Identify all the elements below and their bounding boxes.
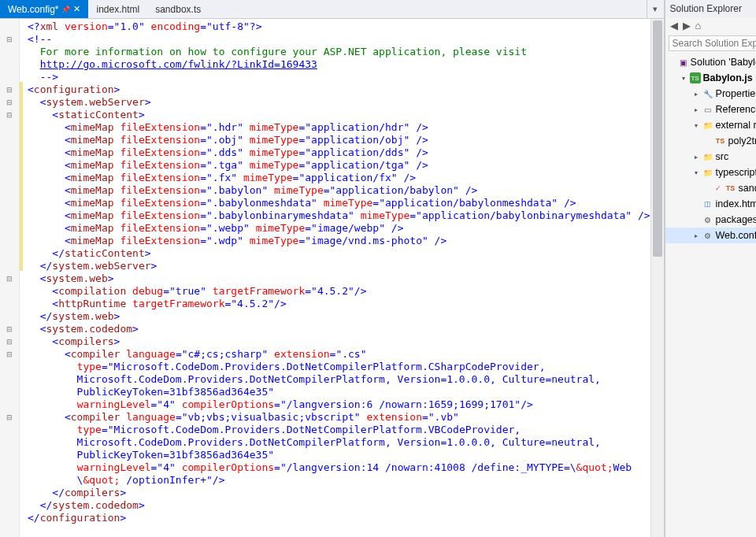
code-line[interactable]: <staticContent> <box>28 109 650 121</box>
code-line[interactable]: Microsoft.CodeDom.Providers.DotNetCompil… <box>28 436 650 449</box>
modified-checkmark-icon: ✓ <box>715 184 721 192</box>
code-line[interactable]: </system.webServer> <box>28 260 650 272</box>
code-line[interactable]: type="Microsoft.CodeDom.Providers.DotNet… <box>28 424 650 436</box>
tree-item[interactable]: ◫index.html <box>665 196 756 212</box>
home-icon[interactable]: ⌂ <box>695 20 702 31</box>
code-line[interactable]: <httpRuntime targetFramework="4.5.2"/> <box>28 298 650 310</box>
code-line[interactable]: type="Microsoft.CodeDom.Providers.DotNet… <box>28 361 650 373</box>
ic-folder-icon: 📁 <box>702 167 713 178</box>
search-input[interactable] <box>669 35 756 51</box>
code-line[interactable]: <?xml version="1.0" encoding="utf-8"?> <box>28 20 650 33</box>
code-line[interactable]: <mimeMap fileExtension=".babylonmeshdata… <box>28 197 650 209</box>
expand-caret-icon[interactable]: ▾ <box>692 169 700 176</box>
tree-item[interactable]: ⚙packages.config <box>665 212 756 228</box>
ic-cfg-icon: ⚙ <box>702 230 713 241</box>
code-line[interactable]: --> <box>28 71 650 83</box>
tree-item-label: src <box>716 151 729 162</box>
fold-toggle[interactable]: ⊟ <box>0 272 19 285</box>
code-line[interactable]: Microsoft.CodeDom.Providers.DotNetCompil… <box>28 373 650 386</box>
code-line[interactable]: http://go.microsoft.com/fwlink/?LinkId=1… <box>28 58 650 71</box>
fold-toggle[interactable]: ⊟ <box>0 33 19 46</box>
expand-caret-icon[interactable]: ▸ <box>692 91 700 98</box>
tree-item-label: poly2tri.d.ts <box>728 135 756 146</box>
code-line[interactable]: <mimeMap fileExtension=".hdr" mimeType="… <box>28 121 650 134</box>
panel-title: Solution Explorer <box>665 0 756 17</box>
tree-item[interactable]: ✓TSsandbox.ts <box>665 180 756 196</box>
fold-toggle[interactable]: ⊟ <box>0 348 19 361</box>
ic-wrench-icon: 🔧 <box>702 88 713 99</box>
code-line[interactable]: <mimeMap fileExtension=".dds" mimeType="… <box>28 146 650 159</box>
fold-toggle <box>0 20 19 33</box>
fold-toggle <box>0 71 19 83</box>
fold-toggle[interactable]: ⊟ <box>0 335 19 348</box>
code-line[interactable]: PublicKeyToken=31bf3856ad364e35" <box>28 449 650 461</box>
pin-icon[interactable]: 📌 <box>61 6 70 13</box>
fold-toggle <box>0 512 19 524</box>
code-line[interactable]: </compilers> <box>28 487 650 499</box>
code-line[interactable]: <mimeMap fileExtension=".wdp" mimeType="… <box>28 235 650 247</box>
ic-proj-icon: TS <box>690 72 701 83</box>
code-line[interactable]: warningLevel="4" compilerOptions="/langv… <box>28 461 650 474</box>
code-line[interactable]: <system.codedom> <box>28 323 650 335</box>
code-line[interactable]: <mimeMap fileExtension=".tga" mimeType="… <box>28 159 650 172</box>
back-icon[interactable]: ◀ <box>670 20 678 31</box>
scrollbar-thumb[interactable] <box>653 20 662 257</box>
code-line[interactable]: <compiler language="vb;vbs;visualbasic;v… <box>28 411 650 424</box>
forward-icon[interactable]: ▶ <box>683 20 691 31</box>
code-line[interactable]: <!-- <box>28 33 650 46</box>
expand-caret-icon[interactable]: ▾ <box>680 75 687 82</box>
code-line[interactable]: PublicKeyToken=31bf3856ad364e35" <box>28 386 650 398</box>
fold-toggle <box>0 499 19 512</box>
fold-toggle[interactable]: ⊟ <box>0 96 19 109</box>
editor-tab[interactable]: sandbox.ts <box>147 0 209 18</box>
editor-tab[interactable]: index.html <box>88 0 147 18</box>
expand-caret-icon[interactable]: ▸ <box>692 232 700 239</box>
code-line[interactable]: <mimeMap fileExtension=".fx" mimeType="a… <box>28 172 650 184</box>
ic-sol-icon: ▣ <box>678 57 688 68</box>
code-line[interactable]: For more information on how to configure… <box>28 46 650 58</box>
solution-tree[interactable]: ▣Solution 'Babylon.js' (1 proje▾TSBabylo… <box>665 53 756 537</box>
tree-item[interactable]: ▾📁typescript <box>665 165 756 180</box>
code-line[interactable]: </system.codedom> <box>28 499 650 512</box>
fold-toggle[interactable]: ⊟ <box>0 83 19 96</box>
expand-caret-icon[interactable]: ▾ <box>692 122 700 129</box>
tree-item[interactable]: ▸📁src <box>665 149 756 165</box>
editor-tab[interactable]: Web.config*📌✕ <box>0 0 88 18</box>
tree-item[interactable]: ▸🔧Properties <box>665 86 756 102</box>
expand-caret-icon[interactable]: ▸ <box>692 106 700 113</box>
code-line[interactable]: <mimeMap fileExtension=".babylon" mimeTy… <box>28 184 650 197</box>
fold-toggle[interactable]: ⊟ <box>0 109 19 121</box>
tab-label: sandbox.ts <box>155 4 201 15</box>
vertical-scrollbar[interactable] <box>650 19 664 537</box>
tree-item[interactable]: ▾TSBabylon.js <box>665 70 756 86</box>
code-line[interactable]: </configuration> <box>28 512 650 524</box>
tree-item[interactable]: ▾📁external references <box>665 117 756 133</box>
code-line[interactable]: </staticContent> <box>28 247 650 260</box>
expand-caret-icon[interactable]: ▸ <box>692 154 700 161</box>
code-line[interactable]: <compilers> <box>28 335 650 348</box>
fold-toggle <box>0 474 19 487</box>
code-line[interactable]: </system.web> <box>28 310 650 323</box>
code-line[interactable]: <mimeMap fileExtension=".webp" mimeType=… <box>28 222 650 235</box>
close-icon[interactable]: ✕ <box>73 4 80 14</box>
fold-toggle <box>0 247 19 260</box>
code-line[interactable]: <mimeMap fileExtension=".obj" mimeType="… <box>28 134 650 146</box>
code-line[interactable]: <configuration> <box>28 83 650 96</box>
code-editor[interactable]: <?xml version="1.0" encoding="utf-8"?><!… <box>23 19 650 537</box>
tree-item[interactable]: ▣Solution 'Babylon.js' (1 proje <box>665 54 756 70</box>
tree-item[interactable]: ▸▭References <box>665 102 756 117</box>
fold-toggle[interactable]: ⊟ <box>0 323 19 335</box>
code-line[interactable]: <mimeMap fileExtension=".babylonbinaryme… <box>28 209 650 222</box>
fold-gutter[interactable]: ⊟⊟⊟⊟⊟⊟⊟⊟⊟ <box>0 19 20 537</box>
code-line[interactable]: <system.web> <box>28 272 650 285</box>
code-line[interactable]: warningLevel="4" compilerOptions="/langv… <box>28 398 650 411</box>
code-line[interactable]: <compiler language="c#;cs;csharp" extens… <box>28 348 650 361</box>
tree-item[interactable]: TSpoly2tri.d.ts <box>665 133 756 149</box>
code-line[interactable]: \&quot; /optionInfer+"/> <box>28 474 650 487</box>
tree-item-label: sandbox.ts <box>739 183 756 194</box>
code-line[interactable]: <compilation debug="true" targetFramewor… <box>28 285 650 298</box>
tab-overflow-icon[interactable]: ▾ <box>647 0 664 18</box>
code-line[interactable]: <system.webServer> <box>28 96 650 109</box>
tree-item[interactable]: ▸⚙Web.config <box>665 228 756 243</box>
fold-toggle[interactable]: ⊟ <box>0 411 19 424</box>
